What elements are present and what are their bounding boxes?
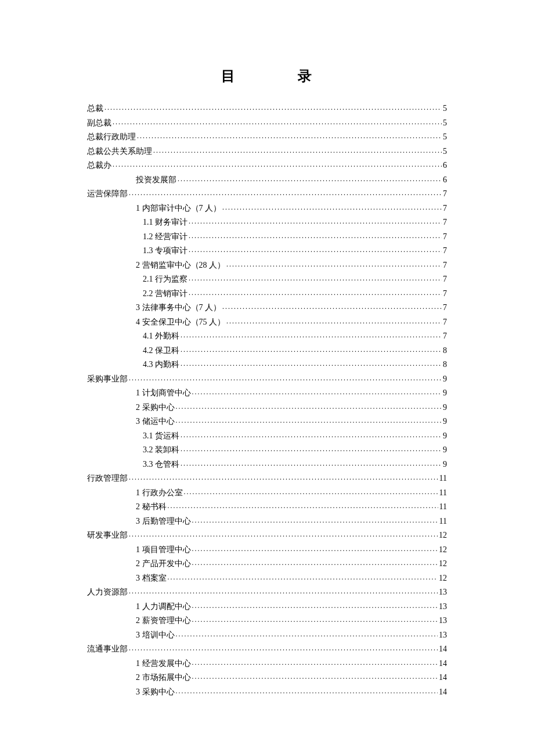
toc-entry-label: 4.3 内勤科 bbox=[143, 358, 179, 372]
toc-entry-page: 7 bbox=[443, 272, 447, 287]
toc-entry: 流通事业部14 bbox=[87, 642, 447, 657]
toc-entry: 3 档案室12 bbox=[87, 571, 447, 586]
toc-leader-dots bbox=[189, 288, 442, 296]
toc-entry-label: 3 采购中心 bbox=[136, 685, 175, 700]
toc-entry-page: 14 bbox=[439, 685, 447, 700]
toc-leader-dots bbox=[104, 103, 442, 111]
toc-leader-dots bbox=[192, 387, 442, 395]
toc-entry: 研发事业部12 bbox=[87, 528, 447, 543]
toc-entry: 投资发展部6 bbox=[87, 173, 447, 188]
toc-leader-dots bbox=[192, 672, 438, 680]
toc-leader-dots bbox=[178, 174, 442, 182]
toc-entry: 1 计划商管中心9 bbox=[87, 386, 447, 401]
toc-entry-page: 5 bbox=[443, 116, 447, 131]
toc-entry: 2 市场拓展中心14 bbox=[87, 671, 447, 685]
toc-entry: 1.1 财务审计7 bbox=[87, 215, 447, 230]
toc-entry-label: 人力资源部 bbox=[87, 585, 128, 600]
toc-entry-page: 5 bbox=[443, 102, 447, 116]
toc-entry-label: 2 采购中心 bbox=[136, 401, 175, 415]
toc-entry: 3 储运中心9 bbox=[87, 415, 447, 429]
toc-entry: 4 安全保卫中心（75 人）7 bbox=[87, 315, 447, 330]
toc-leader-dots bbox=[168, 573, 438, 581]
toc-entry-page: 13 bbox=[439, 628, 447, 643]
toc-entry-page: 9 bbox=[443, 415, 447, 429]
document-page: 目 录 总裁5副总裁5总裁行政助理5总裁公共关系助理5总裁办6投资发展部6运营保… bbox=[0, 0, 534, 746]
toc-entry-label: 采购事业部 bbox=[87, 372, 128, 387]
toc-entry-label: 副总裁 bbox=[87, 116, 111, 131]
toc-entry: 采购事业部9 bbox=[87, 372, 447, 387]
toc-entry-page: 14 bbox=[439, 642, 447, 657]
toc-leader-dots bbox=[129, 473, 438, 481]
toc-entry-page: 14 bbox=[439, 657, 447, 671]
toc-leader-dots bbox=[181, 359, 442, 367]
table-of-contents: 总裁5副总裁5总裁行政助理5总裁公共关系助理5总裁办6投资发展部6运营保障部71… bbox=[87, 102, 447, 699]
toc-leader-dots bbox=[189, 231, 442, 239]
toc-entry-page: 7 bbox=[443, 215, 447, 230]
toc-leader-dots bbox=[168, 501, 438, 509]
toc-entry: 1.2 经营审计7 bbox=[87, 230, 447, 244]
toc-entry-page: 12 bbox=[439, 571, 447, 586]
toc-leader-dots bbox=[181, 345, 442, 353]
toc-entry: 1 内部审计中心（7 人）7 bbox=[87, 201, 447, 216]
toc-leader-dots bbox=[222, 203, 442, 211]
toc-leader-dots bbox=[129, 530, 438, 538]
toc-entry-label: 总裁办 bbox=[87, 159, 111, 173]
title-char-2: 录 bbox=[298, 67, 313, 85]
toc-entry: 总裁行政助理5 bbox=[87, 130, 447, 145]
toc-entry-label: 4.2 保卫科 bbox=[143, 344, 179, 358]
toc-entry: 3.1 货运科9 bbox=[87, 429, 447, 444]
toc-entry-page: 7 bbox=[443, 301, 447, 315]
toc-entry-page: 6 bbox=[443, 159, 447, 173]
toc-leader-dots bbox=[189, 273, 442, 282]
toc-entry-label: 总裁 bbox=[87, 102, 103, 116]
toc-entry-page: 9 bbox=[443, 372, 447, 387]
toc-entry-page: 9 bbox=[443, 429, 447, 444]
toc-leader-dots bbox=[113, 160, 442, 168]
toc-entry-label: 3.2 装卸科 bbox=[143, 443, 179, 458]
toc-entry: 2.1 行为监察7 bbox=[87, 272, 447, 287]
toc-leader-dots bbox=[192, 544, 438, 552]
toc-entry-page: 11 bbox=[439, 500, 447, 514]
toc-entry-page: 5 bbox=[443, 145, 447, 159]
toc-leader-dots bbox=[137, 131, 442, 139]
toc-entry-page: 8 bbox=[443, 358, 447, 372]
toc-entry-page: 9 bbox=[443, 401, 447, 415]
toc-leader-dots bbox=[129, 586, 438, 595]
toc-entry: 总裁5 bbox=[87, 102, 447, 116]
toc-leader-dots bbox=[153, 146, 442, 154]
toc-entry: 2 营销监审中心（28 人）7 bbox=[87, 258, 447, 273]
toc-entry-page: 12 bbox=[439, 528, 447, 543]
toc-leader-dots bbox=[226, 316, 442, 325]
toc-leader-dots bbox=[181, 459, 442, 467]
toc-entry-label: 2 产品开发中心 bbox=[136, 557, 191, 571]
toc-leader-dots bbox=[129, 188, 442, 196]
toc-entry-label: 研发事业部 bbox=[87, 528, 128, 543]
toc-entry: 副总裁5 bbox=[87, 116, 447, 131]
toc-entry-label: 1 项目管理中心 bbox=[136, 543, 191, 557]
toc-entry-page: 11 bbox=[439, 514, 447, 529]
toc-entry-page: 8 bbox=[443, 344, 447, 358]
toc-entry-page: 7 bbox=[443, 201, 447, 216]
toc-entry-page: 11 bbox=[439, 471, 447, 486]
toc-leader-dots bbox=[176, 629, 438, 638]
toc-entry: 1 项目管理中心12 bbox=[87, 543, 447, 557]
toc-entry: 1 人力调配中心13 bbox=[87, 600, 447, 614]
toc-entry: 1 行政办公室11 bbox=[87, 486, 447, 501]
toc-leader-dots bbox=[192, 601, 438, 609]
toc-leader-dots bbox=[129, 373, 442, 381]
toc-entry: 行政管理部11 bbox=[87, 471, 447, 486]
toc-entry: 3.2 装卸科9 bbox=[87, 443, 447, 458]
toc-entry-page: 7 bbox=[443, 329, 447, 344]
toc-entry-label: 3 法律事务中心（7 人） bbox=[136, 301, 221, 315]
toc-entry-label: 1 人力调配中心 bbox=[136, 600, 191, 614]
toc-entry: 2 产品开发中心12 bbox=[87, 557, 447, 571]
toc-entry-page: 9 bbox=[443, 458, 447, 472]
toc-entry-label: 1 计划商管中心 bbox=[136, 386, 191, 401]
toc-entry-page: 7 bbox=[443, 244, 447, 258]
toc-entry-label: 4 安全保卫中心（75 人） bbox=[136, 315, 225, 330]
toc-leader-dots bbox=[189, 245, 442, 253]
toc-entry-label: 2.1 行为监察 bbox=[143, 272, 187, 287]
toc-entry-page: 13 bbox=[439, 600, 447, 614]
toc-entry-page: 5 bbox=[443, 130, 447, 145]
toc-entry-label: 1 行政办公室 bbox=[136, 486, 183, 501]
